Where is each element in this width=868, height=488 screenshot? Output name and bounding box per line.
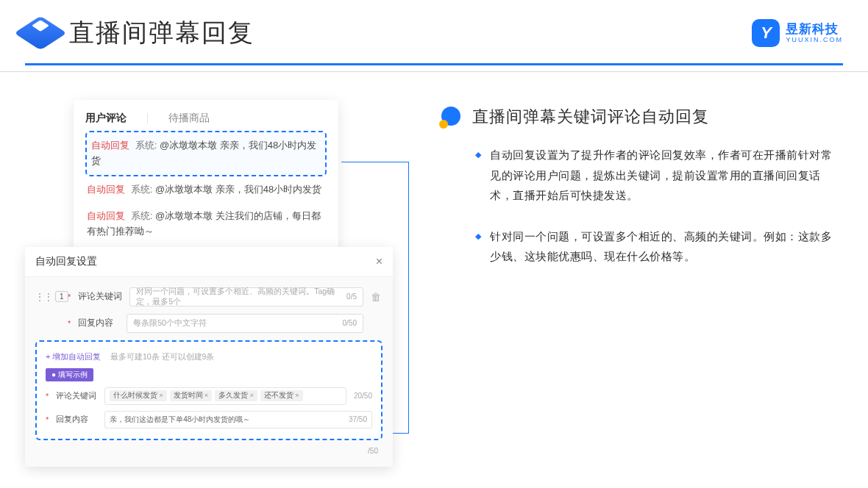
keyword-input[interactable]: 对同一个问题，可设置多个相近、高频的关键词。Tag确定，最多5个 0/5 — [129, 287, 363, 306]
row-number: 1 — [55, 291, 68, 302]
keyword-label: 评论关键词 — [78, 291, 122, 302]
example-content-value[interactable]: 亲，我们这边都是下单48小时内发货的哦～ 37/50 — [104, 411, 372, 428]
delete-icon[interactable]: 🗑 — [371, 291, 383, 303]
tab-user-comments[interactable]: 用户评论 — [85, 112, 127, 125]
content-placeholder: 每条限50个中文字符 — [133, 318, 207, 329]
example-block: + 增加自动回复 最多可建10条 还可以创建9条 ● 填写示例 * 评论关键词 … — [35, 340, 383, 440]
system-label: 系统: — [131, 184, 153, 195]
section-header: 直播间弹幕关键词评论自动回复 — [441, 106, 843, 128]
content-row: * 回复内容 每条限50个中文字符 0/50 — [35, 314, 383, 333]
main-content: 用户评论 待播商品 自动回复 系统: @冰墩墩本墩 亲亲，我们48小时内发货 自… — [0, 72, 868, 467]
comment-row: 自动回复 系统: @冰墩墩本墩 关注我们的店铺，每日都有热门推荐呦～ — [85, 203, 327, 245]
content-counter: 0/50 — [343, 319, 357, 327]
drag-handle[interactable]: ⋮⋮ 1 — [35, 291, 60, 302]
example-content-label: 回复内容 — [56, 415, 97, 425]
close-icon[interactable]: × — [376, 255, 383, 268]
keyword-tag[interactable]: 多久发货 — [215, 390, 257, 401]
divider-blue — [25, 63, 843, 65]
header-left: 直播间弹幕回复 — [25, 16, 255, 50]
example-keyword-tags[interactable]: 什么时候发货 发货时间 多久发货 还不发货 — [104, 387, 346, 405]
required-asterisk: * — [68, 293, 71, 301]
brand-name-cn: 昱新科技 — [786, 23, 843, 35]
dialog-title: 自动回复设置 — [35, 255, 97, 268]
add-auto-reply-link[interactable]: + 增加自动回复 — [46, 352, 101, 361]
tab-separator — [147, 113, 148, 123]
comment-tabs: 用户评论 待播商品 — [74, 107, 338, 131]
system-label: 系统: — [135, 140, 157, 151]
brand-logo: 昱新科技 YUUXIN.COM — [752, 19, 843, 47]
section-title: 直播间弹幕关键词评论自动回复 — [472, 106, 709, 128]
keyword-tag[interactable]: 什么时候发货 — [110, 390, 167, 401]
auto-reply-badge: 自动回复 — [87, 210, 125, 221]
required-asterisk: * — [46, 415, 49, 424]
example-content-row: * 回复内容 亲，我们这边都是下单48小时内发货的哦～ 37/50 — [46, 411, 372, 428]
content-input[interactable]: 每条限50个中文字符 0/50 — [127, 314, 363, 333]
comment-row-highlighted: 自动回复 系统: @冰墩墩本墩 亲亲，我们48小时内发货 — [85, 131, 327, 176]
auto-reply-badge: 自动回复 — [87, 184, 125, 195]
dialog-header: 自动回复设置 × — [25, 247, 393, 277]
page-title: 直播间弹幕回复 — [69, 16, 255, 50]
brand-name-en: YUUXIN.COM — [786, 37, 843, 43]
comment-text: @冰墩墩本墩 亲亲，我们48小时内发货 — [155, 184, 321, 195]
keyword-tag[interactable]: 还不发货 — [260, 390, 303, 401]
right-column: 直播间弹幕关键词评论自动回复 自动回复设置为了提升作者的评论回复效率，作者可在开… — [441, 100, 843, 467]
dialog-body: ⋮⋮ 1 * 评论关键词 对同一个问题，可设置多个相近、高频的关键词。Tag确定… — [25, 277, 393, 467]
example-content-counter: 37/50 — [349, 415, 367, 423]
example-content-text: 亲，我们这边都是下单48小时内发货的哦～ — [110, 415, 250, 425]
bubble-icon — [441, 107, 462, 127]
brand-mark-icon — [752, 19, 780, 47]
add-limit-hint: 最多可建10条 还可以创建9条 — [110, 352, 214, 361]
content-label: 回复内容 — [78, 317, 119, 329]
comment-list: 自动回复 系统: @冰墩墩本墩 亲亲，我们48小时内发货 自动回复 系统: @冰… — [74, 131, 338, 245]
example-keyword-row: * 评论关键词 什么时候发货 发货时间 多久发货 还不发货 20/50 — [46, 387, 372, 405]
comment-row: 自动回复 系统: @冰墩墩本墩 亲亲，我们48小时内发货 — [85, 176, 327, 204]
bullet-item: 自动回复设置为了提升作者的评论回复效率，作者可在开播前针对常见的评论用户问题，提… — [475, 146, 843, 207]
left-column: 用户评论 待播商品 自动回复 系统: @冰墩墩本墩 亲亲，我们48小时内发货 自… — [25, 100, 408, 467]
cube-icon — [14, 16, 67, 51]
example-keyword-counter: 20/50 — [354, 392, 372, 400]
keyword-tag[interactable]: 发货时间 — [170, 390, 213, 401]
comments-panel: 用户评论 待播商品 自动回复 系统: @冰墩墩本墩 亲亲，我们48小时内发货 自… — [74, 100, 338, 257]
example-badge: ● 填写示例 — [46, 368, 93, 381]
slide-header: 直播间弹幕回复 昱新科技 YUUXIN.COM — [0, 0, 868, 63]
trailing-counter: /50 — [368, 447, 378, 455]
keyword-counter: 0/5 — [346, 293, 357, 301]
required-asterisk: * — [68, 319, 71, 328]
auto-reply-settings-dialog: 自动回复设置 × ⋮⋮ 1 * 评论关键词 对同一个问题，可设置多个相近、高频的… — [25, 247, 393, 467]
bullet-list: 自动回复设置为了提升作者的评论回复效率，作者可在开播前针对常见的评论用户问题，提… — [441, 146, 843, 268]
tab-pending-products[interactable]: 待播商品 — [168, 112, 210, 125]
example-keyword-label: 评论关键词 — [56, 391, 97, 401]
keyword-row: ⋮⋮ 1 * 评论关键词 对同一个问题，可设置多个相近、高频的关键词。Tag确定… — [35, 287, 383, 306]
brand-text: 昱新科技 YUUXIN.COM — [786, 23, 843, 43]
bullet-item: 针对同一个问题，可设置多个相近的、高频的关键词。例如：这款多少钱、这块能优惠吗、… — [475, 227, 843, 268]
keyword-placeholder: 对同一个问题，可设置多个相近、高频的关键词。Tag确定，最多5个 — [136, 287, 346, 307]
system-label: 系统: — [131, 210, 153, 221]
required-asterisk: * — [46, 392, 49, 401]
auto-reply-badge: 自动回复 — [91, 140, 129, 151]
